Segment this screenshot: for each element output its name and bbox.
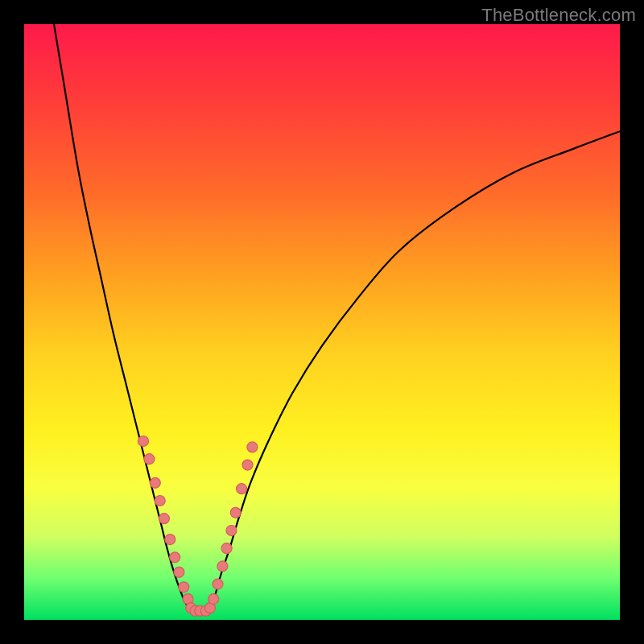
data-point [159, 514, 169, 524]
chart-svg [24, 24, 620, 620]
data-point [247, 442, 258, 452]
data-point [208, 594, 219, 605]
data-point [217, 561, 228, 572]
data-point [155, 496, 165, 506]
data-point [221, 543, 232, 554]
data-point [237, 484, 247, 494]
right-curve [208, 131, 620, 611]
data-point [144, 454, 155, 464]
left-curve [54, 24, 191, 611]
data-point [165, 535, 175, 545]
data-point [213, 579, 223, 589]
data-point [174, 567, 184, 577]
data-point [230, 507, 241, 518]
data-point [179, 582, 189, 592]
data-point [226, 526, 237, 536]
data-point [138, 436, 149, 447]
watermark-text: TheBottleneck.com [481, 5, 636, 26]
chart-frame: TheBottleneck.com [0, 0, 644, 644]
data-point [150, 477, 160, 488]
data-point [242, 460, 253, 470]
plot-area [24, 24, 620, 620]
data-point [170, 552, 180, 563]
